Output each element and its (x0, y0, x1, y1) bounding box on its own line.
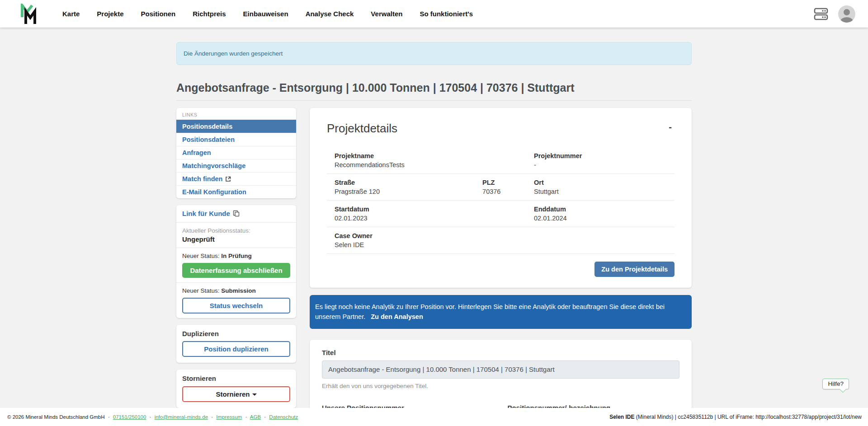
switch-status-button[interactable]: Status wechseln (182, 298, 290, 314)
duplicate-heading: Duplizieren (182, 330, 290, 337)
new-status-line-2: Neuer Status: Submission (182, 287, 290, 294)
footer-link-email[interactable]: info@mineral-minds.de (155, 414, 208, 420)
customer-link-label: Link für Kunde (182, 210, 230, 217)
nav-item-positionen[interactable]: Positionen (141, 10, 176, 18)
current-status-value: Ungeprüft (182, 235, 290, 243)
new-status-label: Neuer Status: (182, 253, 220, 259)
status-card: Link für Kunde Aktueller Positionsstatus… (176, 205, 296, 318)
new-status-label: Neuer Status: (182, 287, 220, 294)
sidebar-item-match-finden[interactable]: Match finden (176, 172, 296, 185)
cancel-heading: Stornieren (182, 375, 290, 382)
footer-separator: · (264, 414, 266, 420)
mineral-minds-logo-icon (20, 4, 39, 24)
footer-link-datenschutz[interactable]: Datenschutz (269, 414, 298, 420)
caret-down-icon (252, 393, 257, 396)
nav-item-richtpreis[interactable]: Richtpreis (193, 10, 226, 18)
footer-separator: · (108, 414, 110, 420)
field-value: 70376 (482, 188, 534, 195)
avatar-head-icon (844, 9, 850, 15)
topbar-right (814, 5, 855, 23)
nav-item-so-funktionierts[interactable]: So funktioniert's (420, 10, 473, 18)
titel-input (322, 360, 679, 379)
field-label: Enddatum (534, 206, 667, 213)
sidebar-item-label: Positionsdateien (182, 136, 235, 143)
table-row: Case Owner Selen IDE (327, 227, 675, 254)
nav-item-verwalten[interactable]: Verwalten (371, 10, 402, 18)
collapse-card-button[interactable]: - (666, 122, 675, 132)
field-value: Selen IDE (335, 241, 534, 248)
copyright-text: © 2026 Mineral Minds Deutschland GmbH (7, 414, 105, 420)
field-value: - (534, 161, 667, 169)
field-label: Case Owner (335, 232, 534, 239)
sidebar-item-positionsdetails[interactable]: Positionsdetails (176, 120, 296, 133)
cancel-button-label: Stornieren (216, 390, 250, 398)
field-label: Straße (335, 179, 482, 186)
footer-separator: · (245, 414, 247, 420)
left-sidebar: LINKS Positionsdetails Positionsdateien … (176, 108, 296, 408)
current-status-label: Aktueller Positionsstatus: (182, 227, 290, 234)
save-success-alert: Die Änderungen wurden gespeichert (176, 42, 692, 65)
sidebar-item-anfragen[interactable]: Anfragen (176, 146, 296, 159)
go-to-analyses-link[interactable]: Zu den Analysen (371, 313, 423, 320)
analytics-banner: Es liegt noch keine Analytik zu Ihrer Po… (310, 295, 692, 329)
footer-link-impressum[interactable]: Impressum (216, 414, 242, 420)
copy-icon (233, 210, 240, 217)
sidebar-item-positionsdateien[interactable]: Positionsdateien (176, 133, 296, 146)
table-row: Straße Pragstraße 120 PLZ 70376 Ort Stut… (327, 174, 675, 201)
sidebar-item-label: Positionsdetails (182, 123, 232, 130)
duplicate-card: Duplizieren Position duplizieren (176, 325, 296, 363)
footer-link-agb[interactable]: AGB (250, 414, 261, 420)
session-info: Selen IDE (Mineral Minds) | cc245835112b… (609, 414, 862, 420)
field-value: 02.01.2023 (335, 215, 534, 222)
field-label: PLZ (482, 179, 534, 186)
external-link-icon (225, 176, 231, 182)
main-content: Projektdetails - Projektname Recommendat… (310, 108, 692, 426)
links-header: LINKS (176, 108, 296, 120)
field-value: Stuttgart (534, 188, 667, 195)
footer-left: © 2026 Mineral Minds Deutschland GmbH · … (7, 414, 298, 420)
sidebar-item-label: E-Mail Konfiguration (182, 188, 246, 196)
nav-item-analyse-check[interactable]: Analyse Check (306, 10, 354, 18)
session-user: Selen IDE (609, 414, 634, 420)
titel-field-group: Titel Erhält den von uns vorgegebenen Ti… (322, 349, 679, 389)
user-avatar[interactable] (838, 5, 855, 23)
titel-help-text: Erhält den von uns vorgegebenen Titel. (322, 383, 679, 389)
cancel-dropdown-button[interactable]: Stornieren (182, 386, 290, 402)
project-details-card: Projektdetails - Projektname Recommendat… (310, 108, 692, 288)
new-status-line-1: Neuer Status: In Prüfung (182, 253, 290, 259)
customer-link[interactable]: Link für Kunde (182, 210, 240, 217)
complete-data-entry-button[interactable]: Datenerfassung abschließen (182, 263, 290, 278)
page-title: Angebotsanfrage - Entsorgung | 10.000 To… (176, 81, 692, 101)
nav-item-einbauweisen[interactable]: Einbauweisen (243, 10, 288, 18)
session-info-rest: (Mineral Minds) | cc245835112b | URL of … (635, 414, 862, 420)
field-label: Ort (534, 179, 667, 186)
app-viewport: Karte Projekte Positionen Richtpreis Ein… (0, 0, 868, 426)
links-card: LINKS Positionsdetails Positionsdateien … (176, 108, 296, 198)
table-row: Startdatum 02.01.2023 Enddatum 02.01.202… (327, 201, 675, 227)
project-details-title: Projektdetails (327, 122, 397, 136)
server-icon[interactable] (814, 8, 828, 20)
table-row: Projektname RecommendationsTests Projekt… (327, 147, 675, 174)
sidebar-item-label: Match finden (182, 175, 222, 183)
footer-link-phone[interactable]: 07151/250100 (113, 414, 146, 420)
field-value: 02.01.2024 (534, 215, 667, 222)
field-label: Startdatum (335, 206, 534, 213)
footer-separator: · (211, 414, 213, 420)
help-button[interactable]: Hilfe? (822, 379, 849, 389)
nav-item-karte[interactable]: Karte (62, 10, 80, 18)
project-details-table: Projektname RecommendationsTests Projekt… (327, 147, 675, 254)
content-area: Die Änderungen wurden gespeichert Angebo… (0, 28, 868, 426)
new-status-value: In Prüfung (221, 253, 252, 259)
nav-item-projekte[interactable]: Projekte (97, 10, 123, 18)
sidebar-item-label: Anfragen (182, 149, 211, 156)
avatar-shoulders-icon (840, 17, 853, 23)
field-value: Pragstraße 120 (335, 188, 482, 195)
footer: © 2026 Mineral Minds Deutschland GmbH · … (0, 408, 868, 426)
go-to-project-details-button[interactable]: Zu den Projektdetails (594, 262, 675, 277)
new-status-value: Submission (221, 287, 256, 294)
main-nav: Karte Projekte Positionen Richtpreis Ein… (62, 10, 473, 18)
sidebar-item-email-konfiguration[interactable]: E-Mail Konfiguration (176, 185, 296, 198)
duplicate-position-button[interactable]: Position duplizieren (182, 341, 290, 357)
footer-separator: · (150, 414, 151, 420)
sidebar-item-matchingvorschlaege[interactable]: Matchingvorschläge (176, 159, 296, 172)
